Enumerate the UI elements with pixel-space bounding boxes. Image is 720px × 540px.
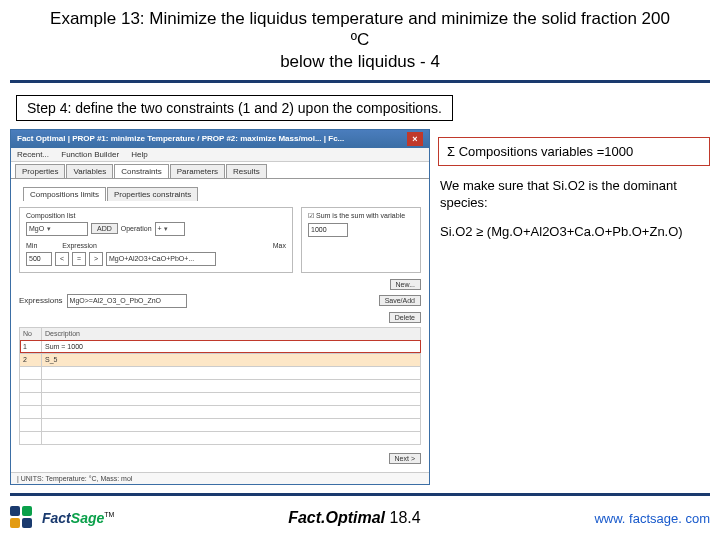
tab-constraints[interactable]: Constraints — [114, 164, 168, 178]
factsage-logo: FactSageTM — [10, 506, 114, 530]
menu-function-builder[interactable]: Function Builder — [61, 150, 119, 159]
tab-properties[interactable]: Properties — [15, 164, 65, 178]
expr-field[interactable]: MgO>=Al2_O3_O_PbO_ZnO — [67, 294, 187, 308]
close-icon[interactable]: × — [407, 132, 423, 146]
sum-value-input[interactable]: 1000 — [308, 223, 348, 237]
footer-url[interactable]: www. factsage. com — [594, 511, 710, 526]
annot-inequality: Si.O2 ≥ (Mg.O+Al2O3+Ca.O+Pb.O+Zn.O) — [440, 224, 710, 241]
compo-dropdown[interactable]: MgO▾ — [26, 222, 88, 236]
menubar: Recent... Function Builder Help — [11, 148, 429, 162]
op-label: Operation — [121, 225, 152, 232]
menu-help[interactable]: Help — [131, 150, 147, 159]
footer-rule — [10, 493, 710, 496]
menu-recent[interactable]: Recent... — [17, 150, 49, 159]
add-button[interactable]: ADD — [91, 223, 118, 234]
tab-results[interactable]: Results — [226, 164, 267, 178]
screenshot-mock: Fact Optimal | PROP #1: minimize Tempera… — [10, 129, 430, 485]
window-titlebar: Fact Optimal | PROP #1: minimize Tempera… — [11, 130, 429, 148]
annot-sum-box: Σ Compositions variables =1000 — [438, 137, 710, 166]
sum-checkbox-highlight: ☑Sum is the sum with variable 1000 — [301, 207, 421, 273]
properties-label: Expressions — [19, 296, 63, 305]
th-no: No — [20, 327, 42, 340]
save-add-button[interactable]: Save/Add — [379, 295, 421, 306]
constraints-table: NoDescription 1Sum = 1000 2S_5 — [19, 327, 421, 445]
gt-button[interactable]: > — [89, 252, 103, 266]
table-row — [20, 405, 421, 418]
table-row: 1Sum = 1000 — [20, 340, 421, 353]
table-row — [20, 366, 421, 379]
annotations: Σ Compositions variables =1000 We make s… — [438, 129, 710, 253]
max-label: Max — [273, 242, 286, 249]
min-label: Min — [26, 242, 37, 249]
footer-center: Fact.Optimal 18.4 — [288, 509, 421, 527]
next-button[interactable]: Next > — [389, 453, 421, 464]
slide-title: Example 13: Minimize the liquidus temper… — [10, 8, 710, 78]
compo-label: Composition list — [26, 212, 286, 219]
subtab-comp-limits[interactable]: Compositions limits — [23, 187, 106, 201]
tab-parameters[interactable]: Parameters — [170, 164, 225, 178]
checkbox-icon[interactable]: ☑ — [308, 212, 314, 220]
main-tabs: Properties Variables Constraints Paramet… — [11, 162, 429, 179]
title-underline — [10, 80, 710, 83]
th-desc: Description — [42, 327, 421, 340]
table-row — [20, 379, 421, 392]
table-row — [20, 392, 421, 405]
table-row — [20, 431, 421, 444]
delete-button[interactable]: Delete — [389, 312, 421, 323]
eq-button[interactable]: = — [72, 252, 86, 266]
step-box: Step 4: define the two constraints (1 an… — [16, 95, 453, 121]
window-title: Fact Optimal | PROP #1: minimize Tempera… — [17, 134, 344, 143]
table-row — [20, 418, 421, 431]
op-dropdown[interactable]: +▾ — [155, 222, 185, 236]
expr-input[interactable]: MgO+Al2O3+CaO+PbO+... — [106, 252, 216, 266]
expr-name: Expression — [62, 242, 97, 249]
sum-check-label: Sum is the sum with variable — [316, 212, 405, 219]
window-statusbar: | UNITS: Temperature: °C, Mass: mol — [11, 472, 429, 484]
tab-variables[interactable]: Variables — [66, 164, 113, 178]
annot-dominant: We make sure that Si.O2 is the dominant … — [440, 178, 710, 212]
logo-icon — [10, 506, 38, 530]
subtab-prop-constraints[interactable]: Properties constraints — [107, 187, 198, 201]
table-row: 2S_5 — [20, 353, 421, 366]
lt-button[interactable]: < — [55, 252, 69, 266]
min-input[interactable]: 500 — [26, 252, 52, 266]
new-button[interactable]: New... — [390, 279, 421, 290]
